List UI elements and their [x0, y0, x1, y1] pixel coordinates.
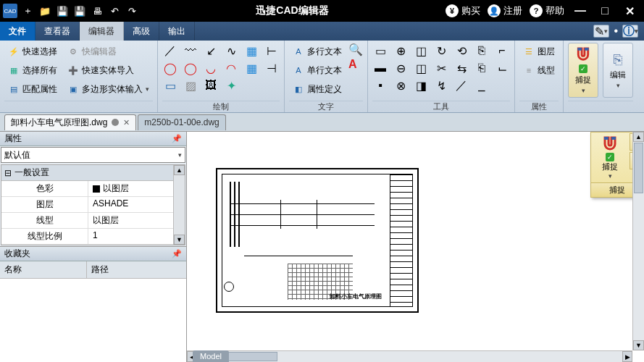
tab-output[interactable]: 输出 — [159, 22, 195, 41]
prop-row-color[interactable]: 色彩以图层 — [1, 181, 173, 197]
maximize-button[interactable]: □ — [596, 2, 614, 20]
group-tools: ▭⊕◫↻⟲⎘⌐ ▬⊖◫✂⇆⎗⌙ ▪⊗◨↯／⎯ 工具 — [368, 41, 515, 112]
tool-c4[interactable]: ↯ — [433, 77, 449, 93]
info-dropdown-icon[interactable]: ⓘ▾ — [622, 25, 638, 38]
block-tool[interactable]: ▦ — [243, 43, 259, 59]
doc-tab-active[interactable]: 卸料小车电气原理图.dwg ✕ — [4, 114, 136, 130]
spell-tool[interactable]: A — [348, 58, 363, 71]
minimize-button[interactable]: — — [572, 2, 589, 20]
text-button[interactable]: A单行文本 — [289, 62, 346, 79]
tool-c6[interactable]: ⎯ — [474, 77, 490, 93]
tab-editor[interactable]: 编辑器 — [80, 22, 124, 41]
doc-tab-inactive[interactable]: m250b-01-00e.dwg — [138, 114, 225, 130]
match-props-button[interactable]: ▤匹配属性 — [4, 80, 61, 98]
edit-big-button[interactable]: ⎘ 编辑 ▾ — [603, 43, 633, 98]
snap-float-button[interactable]: ✓ 捕捉 ▾ — [591, 132, 629, 182]
tool-b7[interactable]: ⌙ — [494, 60, 510, 76]
tool-a6[interactable]: ⎘ — [474, 43, 490, 59]
tab-file[interactable]: 文件 — [0, 22, 35, 41]
new-icon[interactable]: ＋ — [20, 4, 35, 18]
polyline-tool[interactable]: 〰 — [183, 43, 198, 59]
pin-icon[interactable]: 📌 — [172, 134, 186, 143]
tool-b3[interactable]: ◫ — [413, 60, 429, 76]
tab-viewer[interactable]: 查看器 — [35, 22, 80, 41]
hscrollbar[interactable]: ◀▶ — [187, 350, 632, 362]
prop-row-lscale[interactable]: 线型比例1 — [1, 229, 173, 245]
quick-editor-button[interactable]: ⚙快编辑器 — [64, 43, 153, 60]
rect-tool[interactable]: ▭ — [162, 77, 178, 93]
arrow-tool[interactable]: ↙ — [203, 43, 219, 59]
poly-input-button[interactable]: ▣多边形实体输入▾ — [64, 80, 153, 98]
tool-a7[interactable]: ⌐ — [494, 43, 510, 59]
help-button[interactable]: ? 帮助 — [530, 4, 564, 17]
model-tab[interactable]: Model — [193, 350, 229, 362]
props-section-general[interactable]: ⊟一般设置 — [1, 165, 173, 181]
tool-a4[interactable]: ↻ — [433, 43, 449, 59]
register-button[interactable]: 👤 注册 — [488, 4, 522, 17]
point-tool[interactable]: ✦ — [223, 77, 239, 93]
tool-b1[interactable]: ▬ — [372, 60, 388, 76]
drawing-canvas[interactable]: ✓ 捕捉 ▾ ✕ ▾ 捕捉 — [187, 132, 644, 362]
pin-icon[interactable]: 📌 — [172, 249, 186, 258]
quick-select-button[interactable]: ⚡快速选择 — [4, 43, 61, 60]
attrdef-button[interactable]: ◧属性定义 — [289, 80, 346, 98]
linetype-button[interactable]: ≡线型 — [519, 62, 559, 79]
dim-tool[interactable]: ⊢ — [264, 43, 280, 59]
tool-a5[interactable]: ⟲ — [453, 43, 469, 59]
snap-big-button[interactable]: ✓ 捕捉 ▾ — [568, 43, 598, 98]
tool-c2[interactable]: ⊗ — [393, 77, 409, 93]
hatch-tool[interactable]: ▨ — [183, 77, 198, 93]
props-combo[interactable]: 默认值 ▾ — [1, 147, 185, 163]
tool-a3[interactable]: ◫ — [413, 43, 429, 59]
saveas-icon[interactable]: 💾 — [72, 4, 87, 18]
buy-button[interactable]: ¥ 购买 — [446, 4, 480, 17]
prop-row-ltype[interactable]: 线型以图层 — [1, 213, 173, 229]
tab-advanced[interactable]: 高级 — [124, 22, 159, 41]
app-icon[interactable]: CAD — [3, 4, 17, 18]
tool-c3[interactable]: ◨ — [413, 77, 429, 93]
layer-button[interactable]: ☰图层 — [519, 43, 559, 60]
attrdef-label: 属性定义 — [307, 83, 342, 96]
solid-import-button[interactable]: ➕快速实体导入 — [64, 62, 153, 79]
tool-b4[interactable]: ✂ — [433, 60, 449, 76]
redo-icon[interactable]: ↷ — [125, 4, 139, 18]
fav-col-path[interactable]: 路径 — [87, 261, 186, 278]
vscrollbar[interactable]: ▲▼ — [632, 132, 644, 350]
save-icon[interactable]: 💾 — [55, 4, 70, 18]
menu-tabs: 文件 查看器 编辑器 高级 输出 ✎▾ • ⓘ▾ — [0, 22, 644, 41]
tool-a2[interactable]: ⊕ — [393, 43, 409, 59]
tool-b5[interactable]: ⇆ — [453, 60, 469, 76]
props-scroll[interactable]: ▲▼ — [173, 165, 185, 245]
line-tool[interactable]: ／ — [162, 43, 178, 59]
print-icon[interactable]: 🖶 — [90, 4, 104, 18]
match-props-label: 匹配属性 — [22, 83, 57, 96]
edit-dropdown-icon[interactable]: ✎▾ — [593, 25, 609, 38]
select-all-button[interactable]: ▦选择所有 — [4, 62, 61, 79]
arc2-tool[interactable]: ◠ — [223, 60, 239, 76]
tool-a1[interactable]: ▭ — [372, 43, 388, 59]
attr-icon: ◧ — [293, 83, 304, 95]
ellipse-tool[interactable]: ◯ — [183, 60, 198, 76]
undo-icon[interactable]: ↶ — [107, 4, 122, 18]
arc-tool[interactable]: ◡ — [203, 60, 219, 76]
collapse-icon: ⊟ — [4, 168, 12, 178]
prop-row-layer[interactable]: 图层ASHADE — [1, 197, 173, 213]
open-icon[interactable]: 📁 — [38, 4, 52, 18]
fav-col-name[interactable]: 名称 — [0, 261, 87, 278]
freehand-tool[interactable]: ∿ — [223, 43, 239, 59]
close-tab-icon[interactable]: ✕ — [123, 118, 130, 127]
find-tool[interactable]: 🔍 — [348, 43, 363, 56]
left-panel: 属性 📌 默认值 ▾ ⊟一般设置 色彩以图层 图层ASHADE 线型以图层 线型… — [0, 132, 187, 362]
tool-c1[interactable]: ▪ — [372, 77, 388, 93]
tool-b2[interactable]: ⊖ — [393, 60, 409, 76]
image-tool[interactable]: 🖼 — [203, 77, 219, 93]
circle-tool[interactable]: ◯ — [162, 60, 178, 76]
dim2-tool[interactable]: ⊣ — [264, 60, 280, 76]
mtext-button[interactable]: A多行文本 — [289, 43, 346, 60]
title-bar: CAD ＋ 📁 💾 💾 🖶 ↶ ↷ 迅捷CAD编辑器 ¥ 购买 👤 注册 ? 帮… — [0, 0, 644, 22]
tool-c5[interactable]: ／ — [453, 77, 469, 93]
close-button[interactable]: ✕ — [621, 2, 638, 20]
insert-tool[interactable]: ▦ — [243, 60, 259, 76]
fav-columns: 名称 路径 — [0, 261, 186, 279]
tool-b6[interactable]: ⎗ — [474, 60, 490, 76]
